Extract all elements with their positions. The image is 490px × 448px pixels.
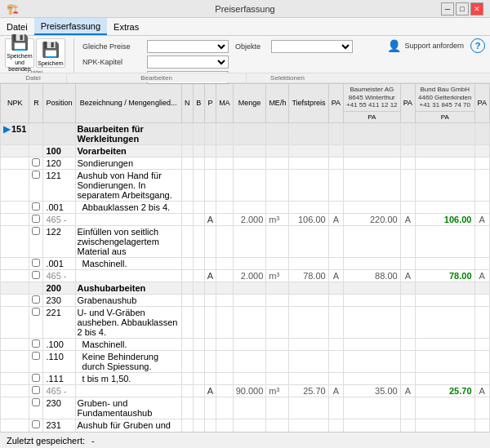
npk-kapitel-select[interactable] xyxy=(147,55,229,69)
table-row[interactable]: ▶151Bauarbeiten für Werkleitungen xyxy=(1,122,490,144)
cell-n[interactable] xyxy=(181,419,193,432)
cell-ma[interactable] xyxy=(216,372,234,384)
cell-r[interactable] xyxy=(29,213,43,225)
table-row[interactable]: 121Aushub von Hand für Sondierungen. In … xyxy=(1,169,490,201)
table-row[interactable]: 100Vorarbeiten xyxy=(1,144,490,157)
table-row[interactable]: .001Abbauklassen 2 bis 4. xyxy=(1,201,490,213)
cell-r[interactable] xyxy=(29,397,43,419)
minimize-button[interactable]: ─ xyxy=(441,2,454,16)
cell-b[interactable] xyxy=(193,257,204,269)
cell-ma[interactable] xyxy=(216,157,234,169)
cell-p[interactable] xyxy=(204,201,216,213)
cell-b[interactable] xyxy=(193,282,204,294)
table-row[interactable]: 122Einfüllen von seitlich zwischengelage… xyxy=(1,225,490,257)
cell-p[interactable] xyxy=(204,157,216,169)
row-checkbox[interactable] xyxy=(32,202,40,211)
row-checkbox[interactable] xyxy=(32,227,40,235)
table-row[interactable]: 120Sondierungen xyxy=(1,157,490,169)
cell-n[interactable] xyxy=(181,201,193,213)
save-exit-button[interactable]: 💾 Speichernund beenden xyxy=(5,38,34,68)
row-checkbox[interactable] xyxy=(32,215,40,223)
cell-n[interactable] xyxy=(181,397,193,419)
cell-b[interactable] xyxy=(193,169,204,201)
cell-n[interactable] xyxy=(181,294,193,306)
row-checkbox[interactable] xyxy=(32,352,40,360)
table-row[interactable]: 465 -A2.000m³78.00A88.00A78.00A xyxy=(1,269,490,282)
row-checkbox[interactable] xyxy=(32,308,40,316)
cell-r[interactable] xyxy=(29,338,43,350)
cell-p[interactable] xyxy=(204,122,216,144)
table-row[interactable]: 230Grabenaushub xyxy=(1,294,490,306)
cell-r[interactable] xyxy=(29,169,43,201)
cell-ma[interactable] xyxy=(216,294,234,306)
table-row[interactable]: 230Gruben- und Fundamentaushub xyxy=(1,397,490,419)
objekte-select[interactable] xyxy=(271,40,353,53)
cell-b[interactable] xyxy=(193,338,204,350)
row-checkbox[interactable] xyxy=(32,295,40,304)
cell-b[interactable] xyxy=(193,157,204,169)
cell-p[interactable] xyxy=(204,169,216,201)
cell-n[interactable] xyxy=(181,122,193,144)
cell-n[interactable] xyxy=(181,225,193,257)
cell-b[interactable] xyxy=(193,122,204,144)
cell-b[interactable] xyxy=(193,201,204,213)
cell-n[interactable] xyxy=(181,372,193,384)
cell-p[interactable] xyxy=(204,225,216,257)
cell-r[interactable] xyxy=(29,144,43,157)
cell-r[interactable] xyxy=(29,157,43,169)
help-button[interactable]: ? xyxy=(470,38,485,53)
close-button[interactable]: ✕ xyxy=(470,2,483,16)
cell-p[interactable] xyxy=(204,350,216,372)
support-button[interactable]: 👤 Support anfordern xyxy=(387,39,464,52)
cell-p[interactable] xyxy=(204,294,216,306)
cell-r[interactable] xyxy=(29,350,43,372)
cell-ma[interactable] xyxy=(216,282,234,294)
cell-ma[interactable] xyxy=(216,122,234,144)
cell-b[interactable] xyxy=(193,225,204,257)
cell-p[interactable] xyxy=(204,372,216,384)
cell-ma[interactable] xyxy=(216,397,234,419)
cell-ma[interactable] xyxy=(216,169,234,201)
cell-b[interactable] xyxy=(193,350,204,372)
table-row[interactable]: 200Aushubarbeiten xyxy=(1,282,490,294)
cell-b[interactable] xyxy=(193,294,204,306)
cell-r[interactable] xyxy=(29,294,43,306)
cell-r[interactable] xyxy=(29,282,43,294)
cell-r[interactable] xyxy=(29,372,43,384)
maximize-button[interactable]: □ xyxy=(456,2,469,16)
cell-n[interactable] xyxy=(181,350,193,372)
table-row[interactable]: 221U- und V-Gräben ausheben. Abbauklasse… xyxy=(1,306,490,338)
table-row[interactable]: .001Maschinell. xyxy=(1,257,490,269)
cell-ma[interactable] xyxy=(216,350,234,372)
cell-ma[interactable] xyxy=(216,144,234,157)
window-controls[interactable]: ─ □ ✕ xyxy=(441,2,483,16)
table-row[interactable]: 465 -A2.000m³106.00A220.00A106.00A xyxy=(1,213,490,225)
cell-ma[interactable] xyxy=(216,338,234,350)
menu-extras[interactable]: Extras xyxy=(107,18,145,35)
cell-n[interactable] xyxy=(181,257,193,269)
row-checkbox[interactable] xyxy=(32,398,40,406)
cell-r[interactable] xyxy=(29,306,43,338)
cell-b[interactable] xyxy=(193,419,204,432)
table-row[interactable]: .110Keine Behinderung durch Spiessung. xyxy=(1,350,490,372)
cell-r[interactable] xyxy=(29,201,43,213)
cell-p[interactable] xyxy=(204,144,216,157)
row-checkbox[interactable] xyxy=(32,158,40,166)
table-row[interactable]: 231Aushub für Gruben und Fundamente, Abb… xyxy=(1,419,490,432)
cell-r[interactable] xyxy=(29,269,43,282)
cell-r[interactable] xyxy=(29,122,43,144)
cell-p[interactable] xyxy=(204,419,216,432)
row-checkbox[interactable] xyxy=(32,171,40,179)
cell-ma[interactable] xyxy=(216,257,234,269)
cell-ma[interactable] xyxy=(216,419,234,432)
row-checkbox[interactable] xyxy=(32,339,40,348)
cell-n[interactable] xyxy=(181,169,193,201)
cell-r[interactable] xyxy=(29,225,43,257)
cell-n[interactable] xyxy=(181,282,193,294)
cell-p[interactable] xyxy=(204,397,216,419)
table-row[interactable]: 465 -A90.000m³25.70A35.00A25.70A xyxy=(1,384,490,397)
cell-b[interactable] xyxy=(193,306,204,338)
cell-b[interactable] xyxy=(193,397,204,419)
row-checkbox[interactable] xyxy=(32,420,40,428)
table-row[interactable]: .100Maschinell. xyxy=(1,338,490,350)
